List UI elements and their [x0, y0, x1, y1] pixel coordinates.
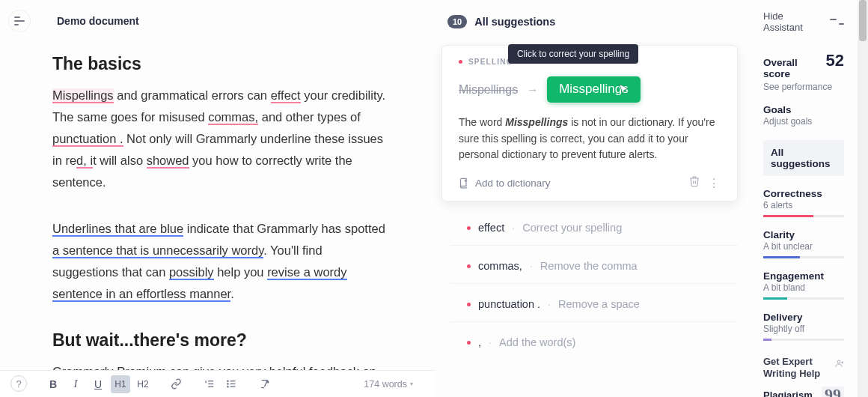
apply-correction-button[interactable]: Misspellings: [547, 76, 641, 103]
suggestion-row[interactable]: commas,·Remove the comma: [450, 249, 738, 284]
bar-clarity: [763, 256, 844, 258]
svg-point-8: [227, 387, 227, 387]
clarity-2[interactable]: a sentence that is unnecessarily wordy: [52, 243, 263, 258]
suggestion-hint: Correct your spelling: [522, 222, 622, 234]
see-performance-link[interactable]: See performance: [763, 82, 844, 92]
underline-button[interactable]: U: [88, 375, 108, 393]
expert-help-button[interactable]: Get Expert Writing Help: [763, 356, 844, 379]
collapse-icon: [830, 16, 844, 27]
metric-correctness[interactable]: Correctness 6 alerts: [763, 188, 844, 217]
menu-icon[interactable]: [9, 10, 30, 31]
svg-point-6: [227, 381, 227, 381]
suggestions-title: All suggestions: [474, 16, 555, 28]
suggestion-card[interactable]: SPELLING Click to correct your spelling …: [441, 45, 738, 201]
hide-assistant-button[interactable]: Hide Assistant: [763, 10, 844, 33]
arrow-icon: →: [527, 83, 538, 96]
bold-button[interactable]: B: [43, 375, 63, 393]
dot-icon: [467, 341, 471, 345]
more-icon[interactable]: ⋮: [708, 176, 721, 190]
trash-icon[interactable]: [688, 175, 700, 190]
issue-showed[interactable]: showed: [147, 154, 189, 169]
document-title[interactable]: Demo document: [57, 15, 139, 27]
italic-button[interactable]: I: [66, 375, 85, 393]
word-count[interactable]: 174 words▾: [364, 379, 413, 390]
metric-clarity[interactable]: Clarity A bit unclear: [763, 229, 844, 258]
suggestion-explanation: The word Misspellings is not in our dict…: [459, 115, 721, 163]
clear-format-button[interactable]: [254, 375, 274, 393]
overall-score-label: Overall score: [763, 57, 819, 79]
svg-point-7: [227, 384, 227, 384]
suggestion-row[interactable]: ,·Add the word(s): [450, 325, 738, 360]
dot-icon: [459, 60, 462, 64]
wrong-word: Mispellings: [459, 83, 518, 97]
h1-button[interactable]: H1: [111, 375, 130, 393]
paragraph-1[interactable]: Mispellings and grammatical errors can e…: [52, 85, 391, 193]
plagiarism-button[interactable]: Plagiarism 99: [763, 387, 844, 397]
heading-basics: The basics: [52, 54, 391, 74]
clarity-3[interactable]: possibly: [169, 265, 214, 280]
svg-point-14: [837, 360, 840, 363]
bar-correctness: [763, 215, 844, 217]
scrollbar[interactable]: [858, 0, 868, 397]
bar-engagement: [763, 297, 844, 300]
correction-tooltip: Click to correct your spelling: [508, 44, 638, 64]
suggestion-hint: Add the word(s): [499, 336, 575, 348]
issue-punctuation[interactable]: punctuation .: [52, 132, 123, 147]
suggestion-term: commas,: [478, 260, 522, 272]
quote-icon: 99: [822, 387, 844, 397]
suggestion-term: ,: [478, 336, 481, 348]
numbered-list-button[interactable]: [199, 375, 218, 393]
bar-delivery: [763, 339, 844, 341]
metric-delivery[interactable]: Delivery Slightly off: [763, 312, 844, 341]
suggestion-hint: Remove the comma: [540, 260, 638, 272]
heading-more: But wait...there's more?: [52, 330, 391, 351]
suggestion-row[interactable]: effect·Correct your spelling: [450, 210, 738, 246]
issue-mispellings[interactable]: Mispellings: [52, 88, 114, 103]
adjust-goals-link[interactable]: Adjust goals: [763, 116, 844, 127]
issue-red-it[interactable]: d, i: [76, 154, 93, 169]
h2-button[interactable]: H2: [133, 375, 153, 393]
bullet-list-button[interactable]: [221, 375, 241, 393]
cursor-icon: [617, 83, 630, 96]
suggestion-count-pill: 10: [447, 15, 467, 28]
issue-effect[interactable]: effect: [271, 88, 301, 103]
editor-body[interactable]: The basics Mispellings and grammatical e…: [0, 39, 435, 397]
suggestion-term: effect: [478, 222, 504, 234]
suggestion-category: SPELLING: [468, 58, 513, 66]
suggestion-term: punctuation .: [478, 298, 540, 310]
book-plus-icon: [459, 178, 470, 189]
suggestion-row[interactable]: punctuation .·Remove a space: [450, 287, 738, 322]
add-to-dictionary-button[interactable]: Add to dictionary: [459, 178, 551, 189]
clarity-1[interactable]: Underlines that are blue: [52, 222, 183, 237]
person-plus-icon: [835, 356, 844, 371]
issue-commas[interactable]: commas,: [208, 110, 258, 125]
dot-icon: [467, 226, 471, 230]
link-button[interactable]: [166, 375, 186, 393]
suggestion-hint: Remove a space: [558, 298, 640, 310]
overall-score-value: 52: [826, 51, 844, 70]
dot-icon: [467, 264, 471, 268]
paragraph-2[interactable]: Underlines that are blue indicate that G…: [52, 218, 391, 305]
metric-engagement[interactable]: Engagement A bit bland: [763, 270, 844, 300]
dot-icon: [467, 303, 471, 306]
sidebar-all-suggestions[interactable]: All suggestions: [763, 140, 844, 176]
goals-label: Goals: [763, 104, 844, 115]
help-icon[interactable]: ?: [10, 375, 27, 392]
